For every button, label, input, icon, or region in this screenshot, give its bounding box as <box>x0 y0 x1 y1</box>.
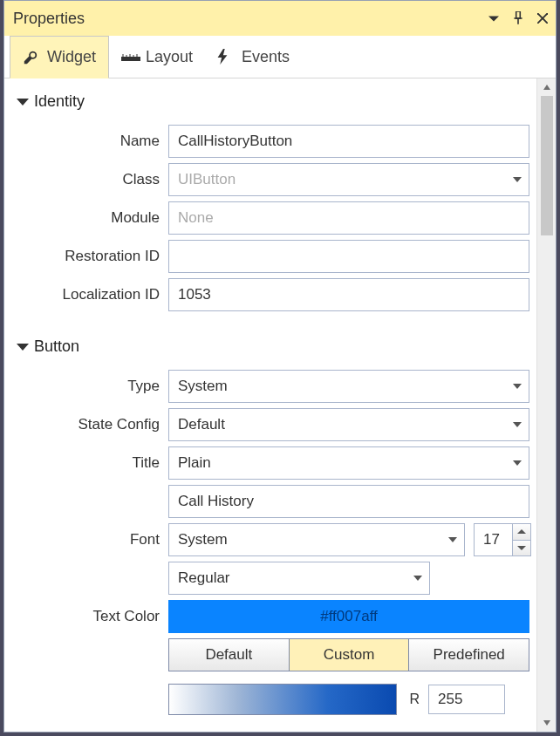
font-weight-value: Regular <box>178 569 230 587</box>
label-name: Name <box>13 133 168 150</box>
row-text-color: Text Color #ff007aff <box>13 600 529 633</box>
pin-icon[interactable] <box>512 12 524 24</box>
content-wrap: Identity Name Class UIButton Module <box>4 78 556 732</box>
ruler-icon <box>121 49 137 65</box>
row-localization-id: Localization ID <box>13 278 529 311</box>
row-class: Class UIButton <box>13 163 529 196</box>
label-class: Class <box>13 171 168 188</box>
vertical-scrollbar[interactable] <box>536 78 556 732</box>
row-color-mode: Default Custom Predefined <box>13 638 529 671</box>
font-size-input[interactable] <box>474 523 512 556</box>
row-font: Font System <box>13 523 529 556</box>
chevron-down-icon <box>513 422 522 427</box>
window-menu-icon[interactable] <box>488 12 500 24</box>
row-title-text <box>13 485 529 518</box>
font-size-spinner[interactable] <box>474 523 529 556</box>
font-weight-combo[interactable]: Regular <box>168 562 430 595</box>
name-input[interactable] <box>168 125 529 158</box>
chevron-up-icon <box>517 529 526 534</box>
section-identity-header[interactable]: Identity <box>13 82 535 119</box>
tab-widget[interactable]: Widget <box>10 36 109 78</box>
class-placeholder: UIButton <box>178 171 236 188</box>
tab-events[interactable]: Events <box>205 36 302 78</box>
label-font: Font <box>13 531 168 549</box>
state-config-value: Default <box>178 416 225 433</box>
type-combo[interactable]: System <box>168 370 529 403</box>
rgb-r-row: R <box>406 685 505 714</box>
properties-panel: Properties Widget Layout <box>3 0 557 733</box>
row-font-weight: Regular <box>13 562 529 595</box>
color-mode-predefined[interactable]: Predefined <box>409 639 529 671</box>
panel-title: Properties <box>13 10 85 28</box>
restoration-id-input[interactable] <box>168 240 529 273</box>
section-title: Identity <box>34 92 85 111</box>
titlebar-buttons <box>488 12 549 24</box>
row-state-config: State Config Default <box>13 408 529 441</box>
scroll-thumb[interactable] <box>541 96 553 235</box>
module-input[interactable]: None <box>168 201 529 235</box>
label-title: Title <box>13 454 168 472</box>
chevron-down-icon <box>413 576 422 581</box>
caret-down-icon <box>17 344 29 351</box>
font-family-combo[interactable]: System <box>168 523 465 556</box>
label-localization-id: Localization ID <box>13 286 168 303</box>
label-state-config: State Config <box>13 416 168 433</box>
class-combo[interactable]: UIButton <box>168 163 529 196</box>
scroll-down-icon[interactable] <box>538 714 556 732</box>
color-mode-custom[interactable]: Custom <box>290 639 410 671</box>
state-config-combo[interactable]: Default <box>168 408 529 441</box>
content-scroll[interactable]: Identity Name Class UIButton Module <box>4 78 536 732</box>
title-mode-value: Plain <box>178 454 211 472</box>
title-text-input[interactable] <box>168 485 529 518</box>
title-mode-combo[interactable]: Plain <box>168 446 529 480</box>
chevron-down-icon <box>513 460 522 466</box>
rgb-r-input[interactable] <box>428 685 505 714</box>
section-title: Button <box>34 337 79 356</box>
label-type: Type <box>13 378 168 395</box>
tabstrip: Widget Layout Events <box>4 36 556 78</box>
spin-down[interactable] <box>513 540 530 556</box>
row-restoration-id: Restoration ID <box>13 240 529 273</box>
row-title-mode: Title Plain <box>13 446 529 480</box>
color-mode-default[interactable]: Default <box>169 639 290 671</box>
tab-label: Events <box>242 48 290 66</box>
tab-label: Layout <box>146 48 193 66</box>
font-family-value: System <box>178 531 228 549</box>
text-color-hex: #ff007aff <box>320 608 378 625</box>
row-color-picker: R <box>13 684 529 715</box>
chevron-down-icon <box>513 384 522 389</box>
label-restoration-id: Restoration ID <box>13 248 168 265</box>
chevron-down-icon <box>448 537 457 542</box>
scroll-up-icon[interactable] <box>538 78 556 96</box>
svg-rect-0 <box>516 11 521 18</box>
tab-layout[interactable]: Layout <box>109 36 205 78</box>
module-placeholder: None <box>178 209 214 227</box>
tab-label: Widget <box>47 48 96 66</box>
svg-rect-5 <box>121 57 140 61</box>
wrench-icon <box>23 50 38 65</box>
chevron-down-icon <box>513 177 522 182</box>
bolt-icon <box>217 49 233 65</box>
label-module: Module <box>13 209 168 227</box>
section-button-header[interactable]: Button <box>13 327 535 365</box>
close-icon[interactable] <box>536 12 549 24</box>
caret-down-icon <box>17 99 29 106</box>
color-gradient-picker[interactable] <box>168 684 397 715</box>
titlebar: Properties <box>4 1 556 36</box>
row-type: Type System <box>13 370 529 403</box>
row-module: Module None <box>13 201 529 235</box>
rgb-r-label: R <box>406 692 420 707</box>
row-name: Name <box>13 125 529 158</box>
label-text-color: Text Color <box>13 608 168 625</box>
color-mode-segment: Default Custom Predefined <box>168 638 529 671</box>
chevron-down-icon <box>517 546 526 550</box>
localization-id-input[interactable] <box>168 278 529 311</box>
scroll-track[interactable] <box>541 96 553 714</box>
type-value: System <box>178 378 228 395</box>
text-color-swatch[interactable]: #ff007aff <box>168 600 529 633</box>
spin-up[interactable] <box>513 524 530 540</box>
